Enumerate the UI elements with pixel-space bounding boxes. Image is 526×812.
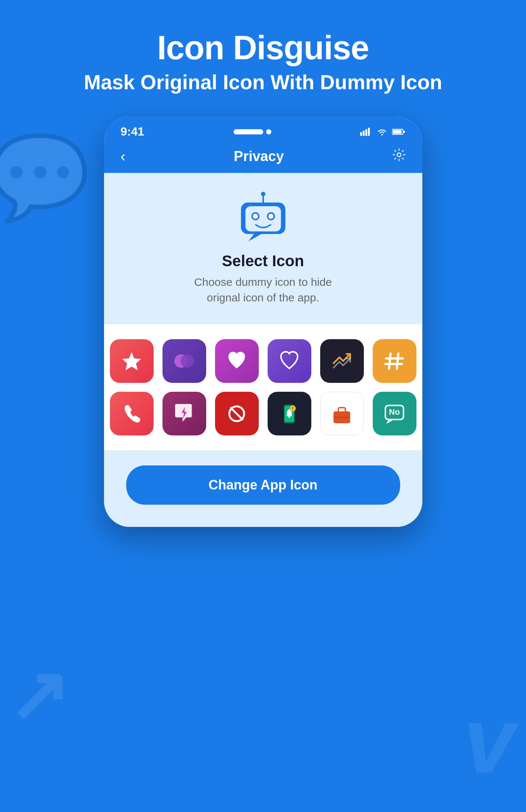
phone-app-icon[interactable]: [110, 392, 154, 435]
circles-app-icon[interactable]: [163, 339, 206, 383]
heart-pink-app-icon[interactable]: [215, 339, 259, 383]
svg-point-4: [381, 134, 383, 136]
svg-point-14: [268, 214, 274, 219]
briefcase-app-icon[interactable]: [320, 392, 364, 435]
sub-title: Mask Original Icon With Dummy Icon: [84, 70, 442, 94]
notification-icon: !: [277, 402, 301, 426]
svg-rect-7: [403, 131, 405, 133]
select-icon-title: Select Icon: [222, 252, 304, 270]
svg-marker-17: [122, 352, 141, 370]
block-icon: [225, 402, 249, 426]
heart-filled-icon: [225, 349, 249, 373]
chat-flash-icon: [172, 402, 196, 426]
no-app-icon[interactable]: No: [373, 392, 416, 435]
status-time: 9:41: [121, 125, 144, 138]
chart-app-icon[interactable]: [320, 339, 364, 383]
svg-rect-1: [363, 131, 365, 136]
status-center: [234, 129, 271, 134]
status-bar: 9:41: [104, 117, 422, 142]
phone-icon: [120, 402, 144, 426]
svg-rect-6: [393, 130, 402, 134]
change-app-icon-button[interactable]: Change App Icon: [126, 465, 400, 505]
chart-arrows-icon: [330, 349, 354, 373]
select-icon-section: Select Icon Choose dummy icon to hideori…: [104, 173, 422, 324]
icons-section: ! No: [104, 324, 422, 451]
signal-icon: [360, 128, 372, 136]
phone-mockup: 9:41: [104, 117, 422, 527]
svg-rect-3: [368, 128, 370, 136]
select-icon-desc: Choose dummy icon to hideorignal icon of…: [194, 274, 332, 305]
hash-app-icon[interactable]: [373, 339, 416, 383]
heart-outline-app-icon[interactable]: [268, 339, 311, 383]
chat-flash-app-icon[interactable]: [163, 392, 206, 435]
icon-row-1: [119, 339, 408, 383]
status-dot: [266, 129, 271, 134]
phone-frame: 9:41: [104, 117, 422, 527]
svg-rect-2: [365, 129, 367, 136]
briefcase-icon: [330, 402, 354, 426]
bg-deco-v: v: [463, 687, 515, 793]
heart-outline-icon: [277, 349, 301, 373]
svg-point-8: [397, 153, 401, 157]
settings-button[interactable]: [392, 148, 406, 165]
status-right: [360, 128, 405, 136]
bg-deco-chat: 💬: [0, 130, 91, 225]
gear-icon: [392, 148, 406, 161]
star-app-icon[interactable]: [110, 339, 154, 383]
svg-rect-0: [360, 132, 362, 136]
notification-app-icon[interactable]: !: [268, 392, 311, 435]
nav-bar: ‹ Privacy: [104, 142, 422, 173]
svg-line-25: [231, 408, 242, 420]
circles-icon: [172, 349, 196, 373]
svg-line-21: [397, 354, 398, 369]
header-section: Icon Disguise Mask Original Icon With Du…: [84, 0, 442, 117]
block-app-icon[interactable]: [215, 392, 259, 435]
battery-icon: [392, 128, 405, 135]
svg-text:No: No: [389, 407, 400, 417]
svg-point-28: [288, 416, 290, 418]
back-button[interactable]: ‹: [121, 148, 125, 165]
nav-title: Privacy: [234, 148, 284, 164]
svg-point-12: [253, 214, 258, 219]
robot-icon: [237, 191, 289, 243]
main-title: Icon Disguise: [84, 30, 442, 66]
bg-deco-arrow: ↗: [7, 652, 70, 738]
svg-point-19: [181, 354, 194, 368]
svg-text:!: !: [292, 407, 293, 411]
wifi-icon: [376, 128, 388, 136]
icon-row-2: ! No: [119, 392, 408, 435]
svg-point-16: [261, 192, 265, 196]
no-icon: No: [382, 402, 406, 426]
star-icon: [120, 349, 144, 373]
status-pill: [234, 129, 263, 134]
svg-line-20: [389, 354, 391, 369]
change-section: Change App Icon: [104, 451, 422, 527]
hash-icon: [382, 349, 406, 373]
